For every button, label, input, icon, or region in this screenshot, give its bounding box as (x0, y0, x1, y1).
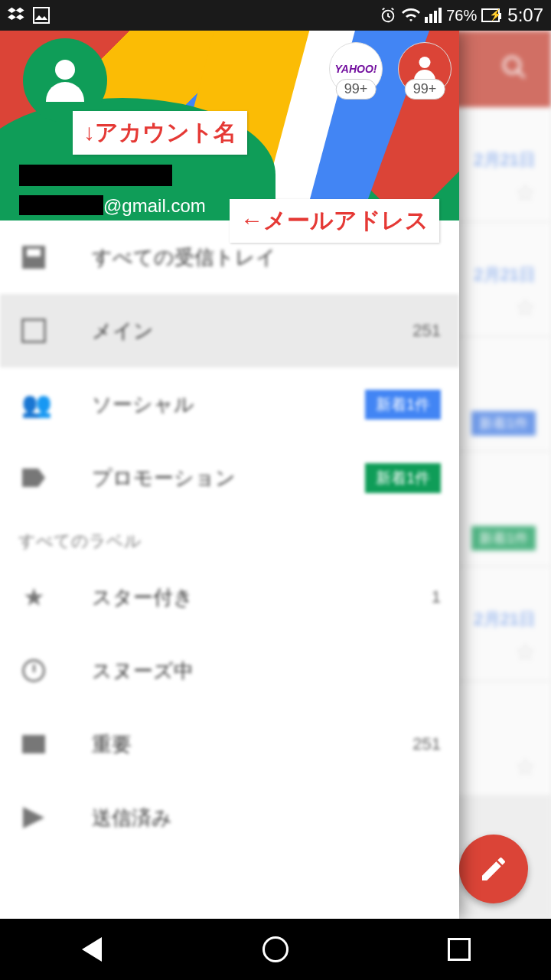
drawer-item-label: 送信済み (92, 805, 441, 831)
system-nav-bar (0, 919, 551, 980)
email-user-redacted (19, 195, 103, 215)
wifi-icon (402, 6, 420, 24)
drawer-item-count: 1 (432, 587, 441, 607)
alt-account-avatar-1[interactable]: YAHOO! 99+ (329, 42, 383, 96)
star-icon: ★ (18, 582, 49, 612)
account-email: @gmail.com (19, 195, 206, 217)
battery-percent: 76% (446, 7, 477, 24)
back-button[interactable] (69, 926, 115, 972)
navigation-drawer: YAHOO! 99+ 99+ @gmail.com すべての受信トレイ メイン … (0, 31, 459, 919)
mail-date: 2月21日 (474, 263, 536, 286)
dropbox-icon (8, 6, 26, 24)
person-icon (412, 57, 437, 81)
drawer-item-sent[interactable]: 送信済み (0, 781, 459, 854)
status-right: 76% ⚡ 5:07 (379, 5, 543, 26)
svg-point-2 (504, 57, 520, 74)
drawer-list: すべての受信トレイ メイン 251 👥 ソーシャル 新着1件 プロモーション 新… (0, 220, 459, 919)
mail-date: 2月21日 (474, 608, 536, 631)
star-icon[interactable]: ☆ (515, 639, 536, 665)
svg-rect-0 (34, 8, 49, 23)
status-bar: 76% ⚡ 5:07 (0, 0, 551, 31)
new-badge: 新着1件 (365, 463, 441, 493)
star-icon[interactable]: ☆ (515, 753, 536, 780)
category-badge: 新着1件 (471, 526, 536, 550)
home-button[interactable] (253, 926, 298, 972)
star-icon[interactable]: ☆ (515, 179, 536, 206)
status-left (8, 6, 51, 24)
drawer-item-social[interactable]: 👥 ソーシャル 新着1件 (0, 368, 459, 441)
image-icon (32, 6, 51, 24)
annotation-email-address: ←メールアドレス (230, 199, 439, 243)
drawer-item-count: 251 (412, 734, 441, 754)
primary-account-avatar[interactable] (23, 38, 107, 122)
all-inbox-icon (18, 242, 49, 273)
search-icon[interactable] (500, 54, 528, 88)
new-badge: 新着1件 (365, 390, 441, 420)
unread-badge: 99+ (405, 79, 445, 100)
drawer-item-promotions[interactable]: プロモーション 新着1件 (0, 441, 459, 514)
account-name-redacted (19, 165, 172, 186)
drawer-item-label: メイン (92, 318, 412, 345)
drawer-item-primary[interactable]: メイン 251 (0, 294, 459, 368)
drawer-item-label: プロモーション (92, 465, 365, 492)
alarm-icon (379, 6, 397, 24)
signal-icon (425, 8, 442, 23)
send-icon (18, 802, 49, 833)
unread-badge: 99+ (336, 79, 377, 100)
drawer-item-label: ソーシャル (92, 391, 365, 418)
drawer-item-starred[interactable]: ★ スター付き 1 (0, 560, 459, 634)
clock-icon (18, 655, 49, 686)
drawer-item-important[interactable]: 重要 251 (0, 707, 459, 781)
drawer-item-label: 重要 (92, 731, 412, 758)
drawer-item-label: スヌーズ中 (92, 658, 441, 684)
category-badge: 新着1件 (471, 411, 536, 436)
label-icon (18, 729, 49, 760)
people-icon: 👥 (18, 389, 49, 420)
email-domain: @gmail.com (103, 195, 206, 217)
drawer-section-header: すべてのラベル (0, 514, 459, 560)
alt-account-avatar-2[interactable]: 99+ (398, 42, 452, 96)
star-icon[interactable]: ☆ (515, 294, 536, 321)
inbox-icon (18, 315, 49, 346)
annotation-account-name: ↓アカウント名 (73, 111, 247, 155)
recent-apps-button[interactable] (436, 926, 482, 972)
person-icon (44, 60, 86, 102)
clock-text: 5:07 (507, 5, 543, 26)
yahoo-logo: YAHOO! (335, 63, 377, 75)
drawer-item-snoozed[interactable]: スヌーズ中 (0, 634, 459, 707)
drawer-item-count: 251 (412, 321, 441, 341)
drawer-item-label: すべての受信トレイ (92, 244, 441, 271)
mail-date: 2月21日 (474, 149, 536, 172)
tag-icon (18, 462, 49, 493)
compose-fab[interactable] (459, 835, 528, 903)
battery-icon: ⚡ (481, 6, 500, 24)
drawer-item-label: スター付き (92, 584, 432, 611)
